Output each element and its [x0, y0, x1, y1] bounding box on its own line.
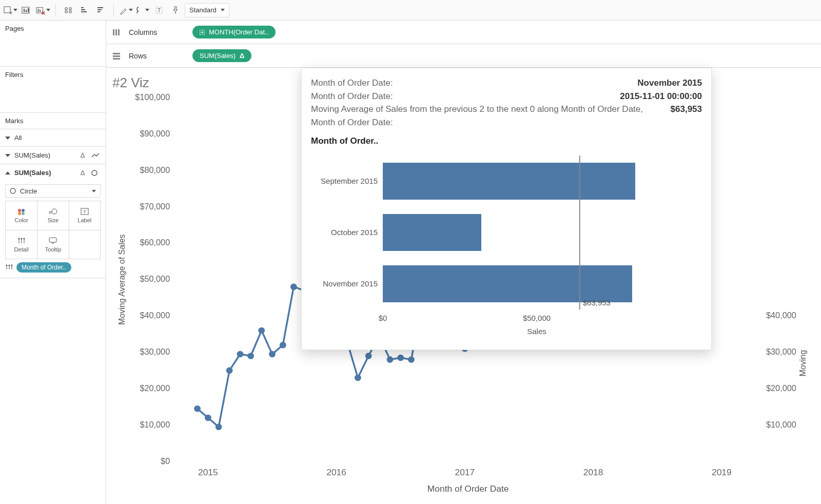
- chevron-up-icon: [5, 171, 10, 175]
- color-cell[interactable]: Color: [6, 201, 37, 230]
- new-sheet-button[interactable]: [3, 3, 17, 17]
- rows-icon: [112, 52, 122, 60]
- svg-text:$90,000: $90,000: [140, 129, 170, 138]
- tooltip-cell[interactable]: Tooltip: [37, 230, 68, 259]
- svg-rect-14: [81, 11, 87, 12]
- rows-shelf[interactable]: Rows SUM(Sales) Δ: [106, 44, 821, 68]
- svg-rect-46: [118, 29, 120, 35]
- detail-cell[interactable]: Detail: [6, 230, 37, 259]
- circle-mark-icon: [91, 170, 101, 176]
- svg-point-82: [258, 327, 265, 334]
- svg-point-22: [10, 188, 15, 193]
- size-label: Size: [48, 217, 58, 223]
- chevron-down-icon: [5, 154, 10, 157]
- svg-point-26: [22, 212, 25, 215]
- highlight-button[interactable]: [119, 3, 133, 17]
- detail-label: Detail: [14, 246, 29, 253]
- detail-icon: [5, 264, 13, 271]
- color-icon: [17, 208, 26, 215]
- svg-text:$40,000: $40,000: [140, 311, 170, 320]
- rows-label: Rows: [129, 52, 185, 60]
- delta-icon: Δ: [240, 52, 244, 60]
- svg-point-93: [387, 356, 394, 363]
- marks-sum2-row[interactable]: SUM(Sales) Δ: [0, 164, 106, 181]
- text-label-button[interactable]: T: [152, 3, 166, 17]
- svg-point-81: [247, 353, 254, 359]
- svg-text:Month of Order Date: Month of Order Date: [427, 484, 509, 494]
- clear-sheet-button[interactable]: [36, 3, 50, 17]
- plus-icon: [200, 30, 205, 35]
- svg-text:2016: 2016: [326, 468, 346, 478]
- tooltip-key-2: Month of Order Date:: [311, 90, 393, 103]
- svg-text:$0: $0: [379, 314, 387, 322]
- left-sidebar: Pages Filters Marks All SUM(Sales) Δ: [0, 21, 106, 504]
- svg-point-94: [397, 355, 404, 361]
- label-cell[interactable]: T Label: [69, 201, 100, 230]
- svg-rect-37: [49, 238, 56, 242]
- marks-card: Marks All SUM(Sales) Δ SUM(Sales) Δ: [0, 113, 106, 278]
- tooltip-key-3: Moving Average of Sales from the previou…: [311, 103, 664, 129]
- size-cell[interactable]: Size: [37, 201, 68, 230]
- svg-rect-110: [383, 214, 481, 251]
- rows-pill[interactable]: SUM(Sales) Δ: [192, 49, 251, 62]
- duplicate-sheet-button[interactable]: [19, 3, 34, 17]
- svg-rect-5: [26, 10, 27, 12]
- svg-rect-108: [383, 163, 635, 200]
- svg-point-90: [355, 375, 361, 381]
- svg-text:$30,000: $30,000: [766, 347, 796, 356]
- svg-rect-17: [97, 11, 100, 12]
- svg-text:$80,000: $80,000: [140, 165, 170, 175]
- svg-rect-13: [81, 9, 85, 10]
- svg-rect-12: [81, 7, 84, 8]
- detail-pill[interactable]: Month of Order..: [16, 262, 71, 273]
- filters-shelf[interactable]: Filters: [0, 67, 106, 113]
- svg-text:T: T: [83, 209, 86, 215]
- svg-rect-50: [113, 53, 120, 54]
- columns-shelf[interactable]: Columns MONTH(Order Dat..: [106, 21, 821, 44]
- group-button[interactable]: [135, 3, 150, 17]
- svg-rect-8: [38, 9, 39, 12]
- circle-icon: [10, 188, 16, 194]
- pin-button[interactable]: [168, 3, 183, 17]
- filters-title: Filters: [5, 71, 101, 79]
- marks-sum1-row[interactable]: SUM(Sales) Δ: [0, 146, 106, 164]
- sort-asc-button[interactable]: [77, 3, 92, 17]
- columns-icon: [112, 29, 122, 36]
- mark-type-label: Circle: [20, 187, 37, 195]
- top-toolbar: T Standard: [0, 0, 821, 21]
- svg-rect-51: [113, 55, 120, 57]
- svg-rect-0: [4, 7, 10, 13]
- swap-button[interactable]: [61, 3, 75, 17]
- mark-type-dropdown[interactable]: Circle: [5, 184, 101, 198]
- empty-cell: [69, 230, 100, 259]
- delta-icon: Δ: [78, 169, 87, 177]
- svg-text:2019: 2019: [712, 468, 732, 478]
- delta-icon: Δ: [78, 151, 87, 159]
- svg-point-78: [216, 423, 222, 430]
- svg-rect-52: [113, 58, 120, 60]
- tooltip-bar-chart: September 2015October 2015November 2015$…: [311, 150, 701, 340]
- svg-point-27: [49, 211, 51, 214]
- viz-tooltip: Month of Order Date: November 2015 Month…: [301, 68, 712, 350]
- pages-shelf[interactable]: Pages: [0, 21, 106, 67]
- tooltip-val-1: November 2015: [637, 76, 702, 90]
- tooltip-icon: [49, 237, 57, 244]
- detail-pill-row: Month of Order..: [5, 262, 101, 273]
- svg-point-95: [408, 356, 415, 363]
- rows-pill-label: SUM(Sales): [200, 52, 236, 60]
- svg-text:$20,000: $20,000: [140, 383, 170, 393]
- fit-dropdown-label: Standard: [189, 6, 217, 14]
- label-label: Label: [77, 217, 91, 223]
- pages-title: Pages: [5, 25, 101, 32]
- marks-title: Marks: [0, 117, 106, 127]
- columns-pill[interactable]: MONTH(Order Dat..: [192, 26, 276, 38]
- main-area: Columns MONTH(Order Dat.. Rows SUM(Sales…: [106, 21, 821, 504]
- fit-dropdown[interactable]: Standard: [185, 3, 229, 17]
- detail-icon: [17, 237, 26, 244]
- svg-point-83: [269, 351, 276, 358]
- svg-rect-15: [97, 7, 103, 8]
- marks-all-row[interactable]: All: [0, 129, 106, 146]
- svg-text:$20,000: $20,000: [766, 383, 796, 393]
- sort-desc-button[interactable]: [94, 3, 108, 17]
- svg-point-21: [92, 170, 97, 176]
